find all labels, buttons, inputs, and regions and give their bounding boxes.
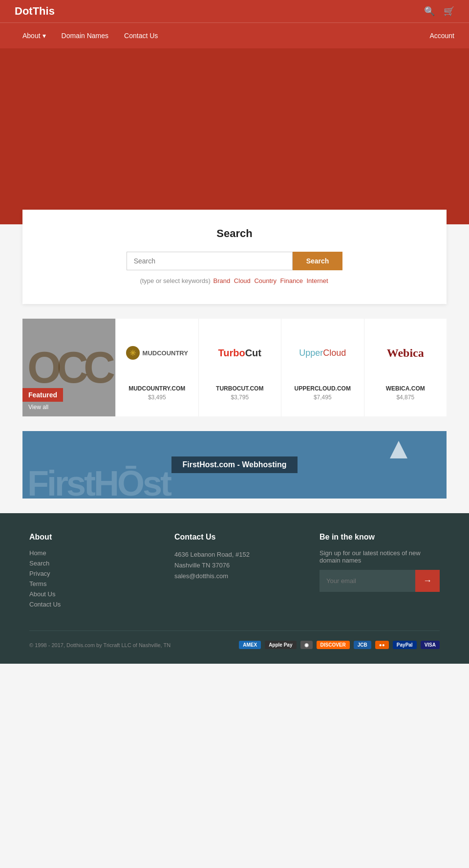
product-item-webica[interactable]: Webica WEBICA.COM $4,875 [364, 319, 447, 416]
nav-bar: About ▾ Domain Names Contact Us Account [0, 22, 469, 48]
search-section: Search Search (type or select keywords) … [22, 210, 447, 304]
keyword-internet[interactable]: Internet [306, 277, 328, 284]
keyword-country[interactable]: Country [254, 277, 277, 284]
product-price-mudcountry: $3,495 [121, 394, 193, 401]
product-name-webica: WEBICA.COM [369, 385, 442, 392]
view-all-link[interactable]: View all [22, 404, 115, 416]
footer: About Home Search Privacy Terms About Us… [0, 513, 469, 664]
product-price-turbocut: $3,795 [204, 394, 277, 401]
keyword-brand[interactable]: Brand [213, 277, 231, 284]
search-keywords: (type or select keywords) Brand Cloud Co… [42, 277, 427, 284]
nav-item-domains[interactable]: Domain Names [54, 23, 116, 48]
product-name-mudcountry: MUDCOUNTRY.COM [121, 385, 193, 392]
product-logo-webica: Webica [369, 328, 442, 377]
featured-block: OCC Featured View all [22, 319, 115, 416]
footer-copyright: © 1998 - 2017, Dotthis.com by Tricraft L… [29, 642, 171, 648]
featured-block-bg: OCC [22, 319, 115, 416]
ad-banner-bigtext: FirstHŌst [27, 463, 170, 499]
product-item-uppercloud[interactable]: UpperCloud UPPERCLOUD.COM $7,495 [281, 319, 364, 416]
nav-item-about[interactable]: About ▾ [15, 23, 54, 48]
newsletter-desc: Sign up for our latest notices of new do… [320, 549, 440, 564]
footer-newsletter-heading: Be in the know [320, 533, 440, 542]
keyword-cloud[interactable]: Cloud [234, 277, 251, 284]
footer-link-about-us[interactable]: About Us [29, 590, 145, 598]
footer-contact-heading: Contact Us [174, 533, 290, 542]
search-title: Search [42, 227, 427, 240]
payment-mastercard: ●● [375, 641, 389, 649]
footer-contact-email: sales@dotthis.com [174, 571, 290, 582]
product-item-turbocut[interactable]: TurboCut TURBOCUT.COM $3,795 [198, 319, 281, 416]
payment-jcb: JCB [354, 641, 371, 649]
product-price-webica: $4,875 [369, 394, 442, 401]
site-logo[interactable]: DotThis [15, 5, 55, 18]
footer-link-privacy[interactable]: Privacy [29, 570, 145, 577]
newsletter-row: → [320, 570, 440, 592]
mud-icon [126, 346, 140, 360]
newsletter-input[interactable] [320, 570, 415, 592]
payment-visa: VISA [421, 641, 440, 649]
product-name-turbocut: TURBOCUT.COM [204, 385, 277, 392]
featured-bg-text: OCC [27, 346, 110, 390]
search-icon[interactable]: 🔍 [424, 6, 435, 17]
footer-bottom: © 1998 - 2017, Dotthis.com by Tricraft L… [29, 630, 440, 649]
footer-link-home[interactable]: Home [29, 549, 145, 557]
footer-contact-city: Nashville TN 37076 [174, 560, 290, 571]
product-logo-turbocut: TurboCut [204, 328, 277, 377]
products-section: OCC Featured View all MUDCOUNTRY MUDCOUN… [22, 319, 447, 416]
cart-icon[interactable]: 🛒 [444, 6, 454, 17]
product-item-mudcountry[interactable]: MUDCOUNTRY MUDCOUNTRY.COM $3,495 [115, 319, 198, 416]
payment-applepay: Apple Pay [265, 641, 296, 649]
footer-col-contact: Contact Us 4636 Lebanon Road, #152 Nashv… [174, 533, 290, 611]
keyword-finance[interactable]: Finance [280, 277, 303, 284]
newsletter-submit-button[interactable]: → [415, 570, 440, 592]
nav-item-account[interactable]: Account [429, 23, 454, 48]
payment-diners: ◉ [300, 641, 313, 649]
footer-contact-address: 4636 Lebanon Road, #152 [174, 549, 290, 560]
hero-banner [0, 48, 469, 224]
product-logo-mudcountry: MUDCOUNTRY [121, 328, 193, 377]
ad-banner[interactable]: FirstHŌst FirstHost.com - Webhosting [22, 431, 447, 499]
top-bar-icons: 🔍 🛒 [424, 6, 454, 17]
featured-label: Featured [22, 388, 63, 402]
footer-about-heading: About [29, 533, 145, 542]
nav-left: About ▾ Domain Names Contact Us [15, 23, 166, 48]
payment-discover: DISCOVER [317, 641, 350, 649]
footer-col-about: About Home Search Privacy Terms About Us… [29, 533, 145, 611]
ad-banner-arrow [390, 441, 407, 458]
top-bar: DotThis 🔍 🛒 [0, 0, 469, 22]
nav-item-contact[interactable]: Contact Us [116, 23, 166, 48]
ad-banner-label: FirstHost.com - Webhosting [171, 456, 297, 473]
product-grid: MUDCOUNTRY MUDCOUNTRY.COM $3,495 TurboCu… [115, 319, 447, 416]
product-price-uppercloud: $7,495 [286, 394, 359, 401]
product-logo-uppercloud: UpperCloud [286, 328, 359, 377]
chevron-down-icon: ▾ [43, 32, 46, 40]
footer-col-newsletter: Be in the know Sign up for our latest no… [320, 533, 440, 611]
search-input[interactable] [127, 252, 293, 270]
footer-link-contact-us[interactable]: Contact Us [29, 601, 145, 608]
search-button[interactable]: Search [293, 252, 343, 270]
footer-link-terms[interactable]: Terms [29, 580, 145, 587]
footer-columns: About Home Search Privacy Terms About Us… [29, 533, 440, 611]
payment-icons: AMEX Apple Pay ◉ DISCOVER JCB ●● PayPal … [239, 641, 440, 649]
payment-paypal: PayPal [393, 641, 417, 649]
payment-amex: AMEX [239, 641, 261, 649]
product-name-uppercloud: UPPERCLOUD.COM [286, 385, 359, 392]
nav-right: Account [429, 23, 454, 48]
search-row: Search [42, 252, 427, 270]
footer-link-search[interactable]: Search [29, 560, 145, 567]
